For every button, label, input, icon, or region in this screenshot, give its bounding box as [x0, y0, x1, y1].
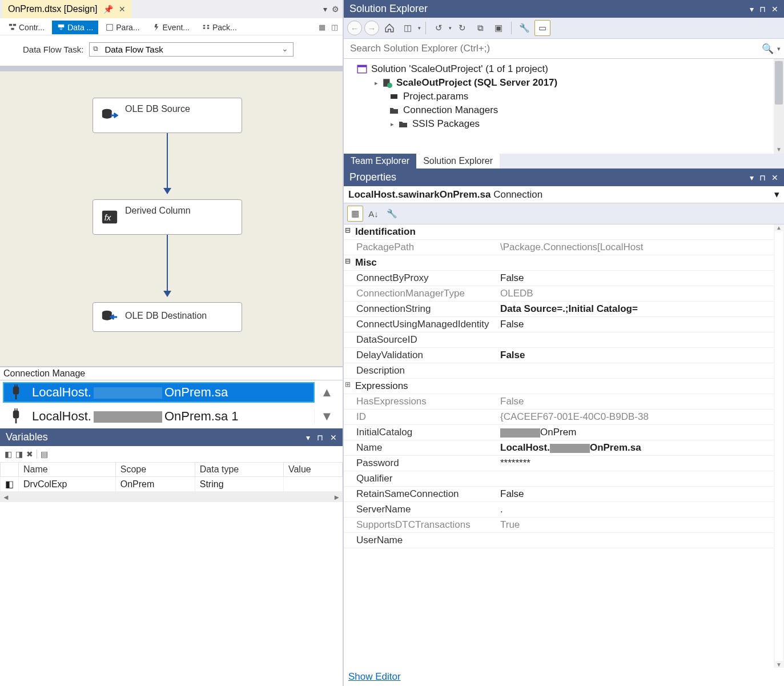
folder-icon	[388, 105, 400, 115]
properties-toggle-icon[interactable]: ▭	[534, 20, 550, 36]
data-flow-canvas[interactable]: OLE DB Source fx Derived Column OLE DB D…	[0, 71, 343, 366]
tab-data-flow[interactable]: Data ...	[52, 21, 98, 34]
tab-parameters[interactable]: Para...	[100, 21, 144, 34]
svg-rect-4	[107, 24, 113, 30]
connector-arrow[interactable]	[167, 235, 168, 296]
tree-node-ssis-packages[interactable]: ▸ SSIS Packages	[344, 117, 784, 131]
refresh-icon[interactable]: ↻	[454, 20, 470, 36]
connector-arrow[interactable]	[167, 133, 168, 194]
categorized-icon[interactable]: ▦	[347, 206, 363, 222]
properties-pane: Properties ▾ ⊓ ✕ LocalHost.sawinarkOnPre…	[344, 169, 784, 686]
database-arrow-right-icon	[101, 107, 118, 124]
show-editor-link[interactable]: Show Editor	[344, 668, 784, 686]
variable-icon: ◧	[1, 477, 19, 492]
tree-node-solution[interactable]: Solution 'ScaleOutProject' (1 of 1 proje…	[344, 62, 784, 76]
nav-forward-icon[interactable]: →	[364, 21, 379, 35]
pin-icon[interactable]: 📌	[103, 5, 113, 14]
window-menu-icon[interactable]: ▾	[750, 173, 754, 182]
grid-options-icon[interactable]: ▤	[41, 450, 48, 459]
pin-icon[interactable]: ⊓	[317, 433, 323, 442]
solution-explorer-search[interactable]: 🔍 ▾	[344, 39, 784, 59]
tab-control-flow[interactable]: Contr...	[3, 21, 50, 34]
history-icon[interactable]: ↺	[431, 20, 447, 36]
tab-team-explorer[interactable]: Team Explorer	[344, 154, 416, 169]
expander-icon[interactable]: ▸	[388, 121, 396, 128]
close-icon[interactable]: ✕	[330, 433, 337, 442]
table-row[interactable]: ◧ DrvColExp OnPrem String	[1, 477, 343, 492]
col-name[interactable]: Name	[19, 463, 116, 477]
tab-events[interactable]: Event...	[147, 21, 195, 34]
search-menu-icon[interactable]: ▾	[777, 45, 781, 53]
close-icon[interactable]: ✕	[771, 5, 778, 14]
node-ole-db-destination[interactable]: OLE DB Destination	[93, 302, 242, 332]
document-tab-title: OnPrem.dtsx [Design]	[8, 4, 98, 14]
move-variable-icon[interactable]: ◨	[15, 450, 23, 459]
search-input[interactable]	[347, 40, 758, 57]
delete-variable-icon[interactable]: ✖	[26, 450, 33, 459]
data-flow-task-label: Data Flow Task:	[23, 45, 83, 54]
svg-rect-13	[13, 387, 19, 395]
svg-rect-8	[207, 27, 210, 29]
tree-node-connection-managers[interactable]: Connection Managers	[344, 103, 784, 117]
data-flow-task-select[interactable]: Data Flow Task	[89, 42, 294, 57]
close-icon[interactable]: ✕	[771, 173, 778, 182]
category-expressions[interactable]: Expressions	[344, 379, 412, 393]
package-explorer-icon[interactable]: ▦	[319, 23, 325, 31]
add-variable-icon[interactable]: ◧	[5, 450, 12, 459]
tree-node-project[interactable]: ▸ ScaleOutProject (SQL Server 2017)	[344, 76, 784, 90]
window-menu-icon[interactable]: ▾	[323, 5, 327, 14]
svg-rect-0	[9, 23, 12, 26]
pin-icon[interactable]: ⊓	[759, 5, 766, 14]
expander-icon[interactable]: ▸	[372, 79, 380, 87]
scroll-down-button[interactable]: ▼	[314, 409, 339, 424]
sync-icon[interactable]: ◫	[400, 20, 416, 36]
wrench-icon[interactable]: 🔧	[384, 206, 400, 222]
category-identification[interactable]: Identification	[344, 225, 419, 239]
properties-object-selector[interactable]: LocalHost.sawinarkOnPrem.sa Connection ▾	[344, 186, 784, 203]
home-icon[interactable]	[381, 20, 397, 36]
document-tab[interactable]: OnPrem.dtsx [Design] 📌 ✕	[2, 0, 131, 18]
col-value[interactable]: Value	[283, 463, 342, 477]
vertical-scrollbar[interactable]: ▲ ▼	[774, 59, 784, 154]
node-derived-column[interactable]: fx Derived Column	[93, 199, 242, 235]
collapse-icon[interactable]: ⧉	[472, 20, 488, 36]
show-all-icon[interactable]: ▣	[490, 20, 506, 36]
redacted-text	[94, 387, 162, 399]
designer-tab-strip: Contr... Data ... Para... Event... Pack.…	[0, 18, 343, 35]
alphabetical-icon[interactable]: A↓	[365, 206, 381, 222]
vertical-scrollbar[interactable]: ▲▼	[774, 224, 784, 668]
search-icon[interactable]: 🔍	[758, 43, 777, 55]
col-datatype[interactable]: Data type	[195, 463, 283, 477]
tree-node-params[interactable]: Project.params	[344, 90, 784, 103]
document-tab-well: OnPrem.dtsx [Design] 📌 ✕ ▾ ⚙	[0, 0, 343, 18]
nav-back-icon[interactable]: ←	[347, 21, 362, 35]
scroll-up-button[interactable]: ▲	[314, 385, 339, 400]
wrench-icon[interactable]: 🔧	[516, 20, 532, 36]
svg-rect-23	[391, 94, 397, 99]
svg-rect-17	[14, 408, 15, 411]
svg-rect-16	[13, 411, 19, 419]
tab-solution-explorer[interactable]: Solution Explorer	[416, 154, 500, 169]
connection-manager-item-selected[interactable]: LocalHost.OnPrem.sa	[3, 383, 314, 402]
unknown-icon[interactable]: ◫	[331, 23, 338, 31]
properties-title: Properties	[349, 171, 396, 183]
col-scope[interactable]: Scope	[115, 463, 195, 477]
window-menu-icon[interactable]: ▾	[306, 433, 310, 442]
pin-icon[interactable]: ⊓	[759, 173, 766, 182]
window-menu-icon[interactable]: ▾	[750, 5, 754, 14]
close-icon[interactable]: ✕	[119, 5, 126, 14]
svg-point-22	[387, 83, 392, 88]
category-misc[interactable]: Misc	[344, 256, 380, 270]
connection-manager-item[interactable]: LocalHost.OnPrem.sa 1	[3, 407, 314, 426]
svg-rect-14	[14, 384, 15, 387]
svg-rect-15	[17, 384, 18, 387]
horizontal-scrollbar[interactable]: ◄►	[0, 492, 343, 502]
chevron-down-icon[interactable]: ▾	[774, 188, 779, 200]
gear-icon[interactable]: ⚙	[332, 5, 339, 14]
svg-rect-18	[17, 408, 18, 411]
node-ole-db-source[interactable]: OLE DB Source	[93, 98, 242, 133]
fx-icon: fx	[101, 208, 118, 226]
project-icon	[381, 78, 393, 88]
variables-title: Variables	[6, 431, 48, 443]
tab-package[interactable]: Pack...	[197, 21, 242, 34]
